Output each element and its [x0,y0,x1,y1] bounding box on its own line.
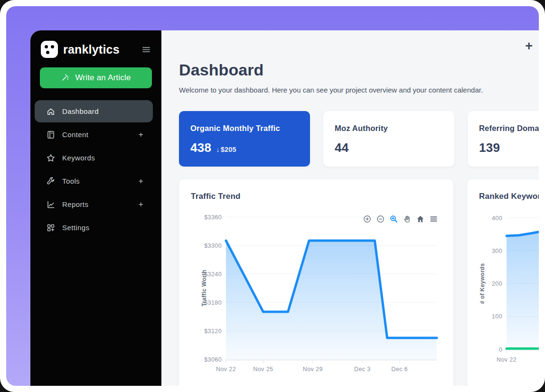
arrow-down-icon: ↓ [216,146,219,153]
sidebar-item-keywords[interactable]: Keywords [35,147,153,169]
ranked-keywords-chart[interactable]: 4003002001000Nov 22# of Keywords [467,201,539,386]
svg-text:$3120: $3120 [204,328,222,335]
sidebar-item-tools[interactable]: Tools + [35,170,153,192]
expand-plus-icon[interactable]: + [139,130,143,140]
stat-card-organic-traffic[interactable]: Organic Monthly Traffic 438 ↓$205 [179,111,310,167]
expand-plus-icon[interactable]: + [139,177,143,186]
svg-text:0: 0 [499,346,502,353]
sidebar-item-label: Keywords [62,154,95,162]
svg-text:Nov 25: Nov 25 [253,366,273,373]
svg-text:Dec 3: Dec 3 [354,366,371,373]
stat-card-delta: ↓$205 [216,146,236,153]
brand-name: ranklytics [63,43,120,56]
stat-card-title: Referring Domains [479,124,539,133]
traffic-trend-card: Traffic Trend [179,179,453,386]
stat-card-value: 139 [479,140,500,155]
chart-line-icon [46,200,56,209]
stat-card-value: 438 [190,140,211,155]
ranked-keywords-card: Ranked Keywords 4003002001000Nov 22# of … [467,179,539,386]
wrench-icon [46,177,56,186]
brand-logo-icon [41,41,58,58]
grid-plus-icon [46,223,56,233]
sidebar-item-label: Settings [62,224,89,232]
stat-cards-row: Organic Monthly Traffic 438 ↓$205 Moz Au… [179,111,539,167]
chart-title: Ranked Keywords [467,192,539,201]
content-journal-icon [46,130,56,140]
magic-wand-icon [61,74,69,82]
sidebar-nav: Dashboard Content + Keywords Tools [30,100,161,239]
sidebar-item-label: Content [62,131,88,139]
sidebar-item-label: Dashboard [62,107,99,115]
svg-text:Nov 29: Nov 29 [303,366,323,373]
main-content: + Dashboard Welcome to your dashboard. H… [161,30,539,386]
svg-text:200: 200 [492,280,502,287]
pan-hand-icon[interactable] [403,215,412,224]
chart-toolbar [363,215,438,224]
home-icon [46,107,56,116]
svg-text:100: 100 [492,313,502,320]
write-article-label: Write an Article [75,73,131,83]
sidebar-item-label: Reports [62,200,88,208]
sidebar-item-content[interactable]: Content + [35,123,153,146]
zoom-out-icon[interactable] [376,215,385,224]
stat-card-title: Organic Monthly Traffic [190,124,299,133]
svg-text:Traffic Worth: Traffic Worth [201,270,207,307]
stat-card-moz-authority[interactable]: Moz Authority 44 [323,111,454,167]
sidebar-item-settings[interactable]: Settings [35,216,153,239]
chart-title: Traffic Trend [179,192,453,201]
svg-text:$3300: $3300 [204,243,222,249]
add-button[interactable]: + [525,40,533,53]
sidebar-item-label: Tools [62,177,80,185]
sidebar-item-reports[interactable]: Reports + [35,193,153,215]
page-subtitle: Welcome to your dashboard. Here you can … [179,86,539,94]
sidebar-item-dashboard[interactable]: Dashboard [35,100,153,122]
sidebar: ranklytics Write an Article [30,30,161,386]
page-title: Dashboard [179,61,539,79]
sidebar-collapse-icon[interactable] [141,45,151,54]
svg-text:$3060: $3060 [204,356,222,363]
star-icon [46,153,56,163]
svg-text:$3360: $3360 [204,214,222,221]
reset-home-icon[interactable] [416,215,425,224]
app-window: ranklytics Write an Article [30,30,539,386]
svg-text:300: 300 [492,248,502,254]
expand-plus-icon[interactable]: + [139,200,143,209]
menu-icon[interactable] [429,215,438,224]
svg-text:Nov 22: Nov 22 [216,366,236,373]
traffic-trend-chart[interactable]: $3360$3300$3240$3180$3120$3060Nov 22Nov … [179,201,453,386]
svg-text:Dec 6: Dec 6 [391,366,408,373]
svg-text:Nov 22: Nov 22 [497,356,517,363]
brand-row: ranklytics [30,30,161,58]
stat-card-referring-domains[interactable]: Referring Domains 139 [468,111,539,167]
svg-text:# of Keywords: # of Keywords [479,263,486,304]
svg-text:400: 400 [492,215,502,222]
write-article-button[interactable]: Write an Article [40,67,152,88]
charts-row: Traffic Trend [179,179,539,386]
zoom-in-icon[interactable] [363,215,372,224]
stat-card-title: Moz Authority [335,124,443,133]
selection-zoom-icon[interactable] [389,215,398,224]
stat-card-value: 44 [335,140,349,155]
